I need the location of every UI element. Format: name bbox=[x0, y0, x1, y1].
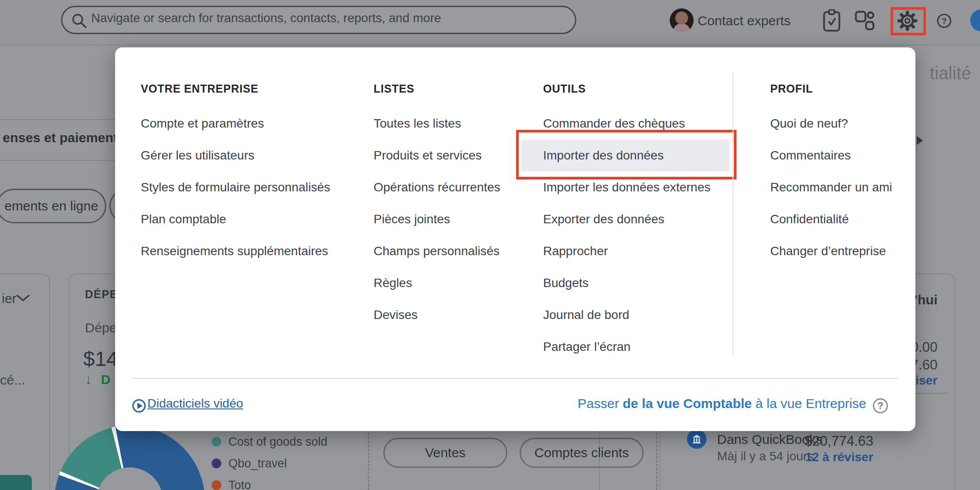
menu-item-plan-comptable[interactable]: Plan comptable bbox=[141, 210, 226, 229]
legend-dot-teal bbox=[212, 437, 221, 447]
legend-label: Toto bbox=[228, 478, 251, 490]
expenses-amount: $14 bbox=[83, 346, 118, 371]
search-icon bbox=[71, 12, 89, 30]
menu-item-gerer-les-utilisateurs[interactable]: Gérer les utilisateurs bbox=[141, 146, 255, 165]
app-window: Navigate or search for transactions, con… bbox=[0, 0, 980, 490]
switch-view-link[interactable]: Passer de la vue Comptable à la vue Entr… bbox=[578, 396, 866, 411]
background-advanced-label: cé... bbox=[0, 373, 25, 388]
clipboard-icon[interactable] bbox=[822, 9, 841, 32]
video-tutorials-link[interactable]: Didacticiels vidéo bbox=[147, 397, 243, 411]
background-divider bbox=[0, 160, 116, 161]
bank-icon bbox=[687, 429, 706, 449]
delta-label: D bbox=[101, 372, 111, 387]
expert-avatar bbox=[670, 8, 694, 32]
menu-item-quoi-de-neuf[interactable]: Quoi de neuf? bbox=[770, 114, 848, 133]
in-quickbooks-label: Dans QuickBooks bbox=[717, 432, 822, 447]
org-chart-icon[interactable] bbox=[855, 11, 875, 31]
expenses-card-subtitle: Dépe bbox=[85, 320, 117, 335]
dropzone-dash-left bbox=[368, 433, 369, 490]
chevron-down-icon bbox=[16, 294, 30, 302]
sales-button[interactable]: Ventes bbox=[383, 438, 507, 468]
dropzone-dash-right bbox=[656, 433, 657, 490]
menu-item-regles[interactable]: Règles bbox=[374, 273, 412, 293]
menu-item-recommander-un-ami[interactable]: Recommander un ami bbox=[770, 178, 892, 197]
annotation-box-gear bbox=[891, 7, 926, 35]
menu-item-partager-l-ecran[interactable]: Partager l’écran bbox=[543, 337, 631, 357]
help-icon[interactable]: ? bbox=[937, 13, 952, 28]
sort-dropdown[interactable]: ier bbox=[2, 291, 16, 306]
carousel-next-icon bbox=[916, 136, 923, 145]
background-section-title: enses et paiement d bbox=[3, 130, 130, 145]
background-teal-button bbox=[0, 475, 32, 490]
search-placeholder: Navigate or search for transactions, con… bbox=[91, 11, 441, 25]
column-header-lists: LISTES bbox=[374, 82, 414, 95]
settings-menu-panel bbox=[115, 47, 915, 431]
annotation-box-import-data bbox=[516, 130, 737, 179]
contact-experts-button[interactable]: Contact experts bbox=[698, 13, 791, 28]
svg-text:?: ? bbox=[941, 16, 947, 26]
menu-item-operations-recurrentes[interactable]: Opérations récurrentes bbox=[374, 178, 500, 197]
menu-item-compte-et-parametres[interactable]: Compte et paramètres bbox=[141, 114, 264, 133]
menu-item-confidentialite[interactable]: Confidentialité bbox=[770, 210, 849, 229]
expenses-card-title: DÉPE bbox=[85, 288, 118, 301]
panel-footer-divider bbox=[133, 378, 898, 379]
menu-item-champs-personnalises[interactable]: Champs personnalisés bbox=[374, 241, 500, 261]
accounts-receivable-button[interactable]: Comptes clients bbox=[520, 438, 644, 468]
menu-item-produits-et-services[interactable]: Produits et services bbox=[374, 146, 482, 165]
legend-label: Qbo_travel bbox=[228, 457, 287, 471]
column-header-tools: OUTILS bbox=[543, 82, 586, 95]
switch-view-help-icon[interactable]: ? bbox=[873, 398, 888, 413]
menu-item-exporter-des-donnees[interactable]: Exporter des données bbox=[543, 210, 664, 229]
legend-dot-orange bbox=[212, 480, 221, 490]
background-page-title: tialité bbox=[930, 63, 971, 83]
menu-item-journal-de-bord[interactable]: Journal de bord bbox=[543, 305, 629, 325]
menu-item-rapprocher[interactable]: Rapprocher bbox=[543, 241, 608, 261]
legend-label: Cost of goods sold bbox=[228, 435, 328, 449]
play-icon bbox=[131, 398, 147, 413]
menu-item-devises[interactable]: Devises bbox=[374, 305, 418, 325]
delta-down-arrow-icon: ↓ bbox=[85, 371, 92, 388]
column-header-profile: PROFIL bbox=[770, 82, 813, 95]
menu-item-styles-de-formulaire[interactable]: Styles de formulaire personnalisés bbox=[141, 178, 330, 197]
menu-item-pieces-jointes[interactable]: Pièces jointes bbox=[374, 210, 450, 229]
bank-updated-label: Màj il y a 54 jours bbox=[717, 449, 814, 463]
online-payments-pill-button[interactable]: ements en ligne bbox=[0, 189, 106, 223]
menu-item-importer-les-donnees-externes[interactable]: Importer les données externes bbox=[543, 178, 710, 197]
background-divider bbox=[0, 119, 116, 120]
menu-item-commentaires[interactable]: Commentaires bbox=[770, 146, 851, 165]
menu-item-toutes-les-listes[interactable]: Toutes les listes bbox=[374, 114, 461, 133]
to-review-link[interactable]: 12 à réviser bbox=[805, 450, 873, 464]
legend-dot-purple bbox=[212, 459, 221, 468]
menu-item-renseignements-supplementaires[interactable]: Renseignements supplémentaires bbox=[141, 241, 328, 261]
column-header-your-company: VOTRE ENTREPRISE bbox=[141, 82, 259, 95]
column-divider bbox=[733, 72, 733, 356]
menu-item-changer-d-entreprise[interactable]: Changer d’entreprise bbox=[770, 241, 886, 261]
menu-item-budgets[interactable]: Budgets bbox=[543, 273, 589, 293]
